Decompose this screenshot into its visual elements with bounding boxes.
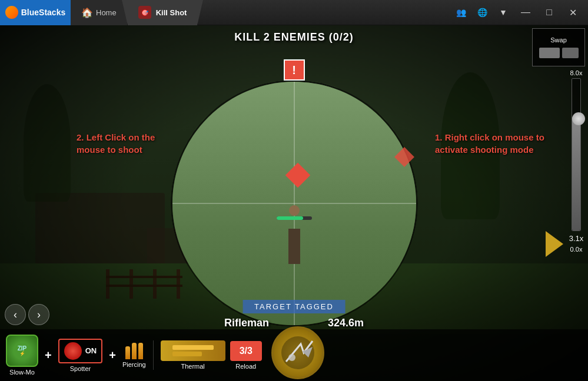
spotter-status: ON (85, 346, 97, 355)
weapon-icon-1 (539, 48, 560, 58)
swap-label: Swap (550, 36, 567, 44)
thermal-button[interactable] (161, 340, 225, 361)
slow-mo-plus[interactable]: + (45, 349, 52, 362)
enemy-health-fill (277, 216, 303, 220)
down-icon[interactable]: ▼ (496, 5, 510, 19)
zoom-bar: 8.0x 3.1x 0.0x (567, 69, 585, 258)
action-button[interactable] (271, 326, 324, 379)
home-tab-label: Home (96, 8, 117, 17)
reload-item: 3/3 Reload (230, 341, 262, 370)
svg-point-1 (288, 354, 295, 361)
titlebar-controls: 👥 🌐 ▼ — □ ✕ (454, 4, 588, 21)
weapon-icon-2 (562, 48, 579, 58)
action-button-icon (280, 335, 315, 370)
zoom-max-label: 8.0x (570, 69, 583, 76)
home-icon: 🏠 (81, 7, 93, 18)
piercing-icon[interactable] (125, 343, 143, 359)
zoom-handle[interactable] (572, 112, 585, 125)
target-diamond (285, 163, 310, 188)
minimize-button[interactable]: — (517, 4, 534, 21)
home-tab[interactable]: 🏠 Home (71, 0, 128, 25)
piercing-item: Piercing (122, 343, 146, 368)
bullet-impact-icon (280, 335, 315, 370)
nav-left-button[interactable]: ‹ (5, 304, 26, 325)
scope-inner (172, 82, 416, 325)
bluestacks-logo: BlueStacks (0, 0, 71, 25)
game-tab[interactable]: 🎯 Kill Shot (128, 0, 198, 25)
warning-text: ! (292, 63, 296, 77)
titlebar: BlueStacks 🏠 Home 🎯 Kill Shot 👥 🌐 ▼ — □ … (0, 0, 588, 25)
game-tab-icon: 🎯 (138, 6, 151, 19)
zoom-min-label: 0.0x (570, 246, 583, 253)
bs-logo-circle (5, 6, 18, 19)
enemy-head (289, 205, 300, 216)
game-viewport[interactable]: ! Kill 2 Enemies (0/2) 2. Left Click on … (0, 25, 588, 381)
slow-mo-item: ZIP ⚡ Slow-Mo (6, 335, 38, 376)
enemy-body (288, 229, 300, 264)
maximize-button[interactable]: □ (541, 4, 557, 21)
reload-button[interactable]: 3/3 (230, 341, 262, 361)
reload-count: 3/3 (240, 346, 253, 356)
bs-logo-text: BlueStacks (21, 8, 65, 17)
users-icon[interactable]: 👥 (454, 5, 468, 19)
slow-mo-text: ZIP ⚡ (18, 346, 27, 356)
spotter-label: Spotter (70, 365, 91, 372)
slow-mo-button[interactable]: ZIP ⚡ (6, 335, 38, 367)
mission-text: Kill 2 Enemies (0/2) (234, 31, 354, 44)
zoom-fill (572, 117, 580, 231)
close-button[interactable]: ✕ (564, 4, 581, 21)
enemy-name: Rifleman (224, 317, 269, 329)
bullet-2 (132, 343, 137, 359)
game-tab-label: Kill Shot (156, 8, 187, 17)
swap-button[interactable]: Swap (532, 28, 585, 66)
spotter-ball (64, 342, 82, 360)
piercing-label: Piercing (122, 361, 146, 368)
crosshair-vertical (294, 82, 294, 325)
reload-label: Reload (235, 363, 256, 370)
settings-icon[interactable]: 🌐 (475, 5, 489, 19)
instruction-left: 2. Left Click on the mouse to shoot (77, 131, 182, 156)
spotter-item: ON Spotter (58, 339, 103, 372)
piercing-plus[interactable]: + (109, 349, 116, 362)
nav-right-button[interactable]: › (28, 304, 49, 325)
weapon-icons (539, 48, 579, 58)
scope-circle (171, 80, 418, 327)
enemy-health-bar (277, 216, 312, 220)
target-tagged-banner: Target Tagged (242, 300, 346, 313)
enemy-distance: 324.6m (328, 317, 364, 329)
separator-1 (153, 340, 154, 370)
thermal-item: Thermal (161, 340, 225, 370)
slow-mo-label: Slow-Mo (9, 369, 35, 376)
nav-arrows: ‹ › (5, 304, 49, 325)
thermal-label: Thermal (181, 363, 204, 370)
zoom-current-label: 3.1x (569, 234, 584, 243)
bottom-hud: ZIP ⚡ Slow-Mo + ON Spotter + Piercing (0, 329, 588, 381)
instruction-right: 1. Right click on mouse to activate shoo… (435, 131, 553, 156)
enemy-figure (283, 205, 306, 264)
spotter-box[interactable]: ON (58, 339, 103, 363)
zoom-track[interactable] (572, 78, 581, 231)
bullet-1 (125, 346, 130, 359)
bullet-3 (138, 343, 143, 359)
warning-icon: ! (284, 59, 305, 81)
bullet-arrow (546, 231, 563, 257)
